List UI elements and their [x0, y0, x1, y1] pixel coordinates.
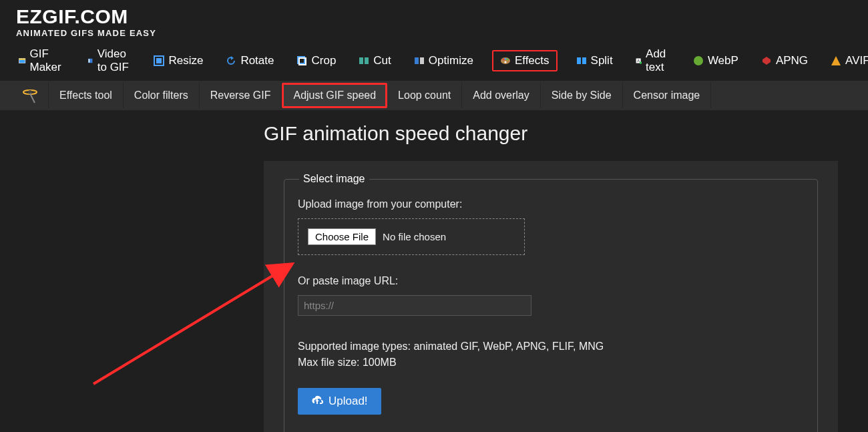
svg-point-21: [640, 61, 642, 64]
nav-apng[interactable]: APNG: [757, 51, 812, 70]
subnav-side-by-side[interactable]: Side by Side: [541, 83, 623, 108]
annotation-arrow: [80, 244, 307, 397]
nav-resize[interactable]: Resize: [150, 51, 207, 70]
svg-rect-10: [415, 57, 419, 64]
svg-rect-8: [359, 57, 363, 64]
svg-text:A: A: [637, 59, 640, 63]
subnav-effects-tool[interactable]: Effects tool: [48, 83, 124, 108]
avif-icon: [831, 55, 841, 66]
nav-add-text[interactable]: AAdd text: [632, 45, 674, 77]
resize-icon: [154, 55, 164, 66]
nav-video-to-gif[interactable]: Video to GIF: [83, 45, 135, 77]
svg-point-16: [504, 61, 506, 63]
nav-split[interactable]: Split: [572, 51, 617, 70]
svg-line-25: [30, 93, 35, 103]
url-input[interactable]: [298, 295, 531, 316]
no-file-text: No file chosen: [383, 231, 446, 242]
site-header: EZGIF.COM ANIMATED GIFS MADE EASY: [0, 0, 868, 41]
svg-point-15: [507, 59, 509, 61]
subnav-adjust-gif-speed[interactable]: Adjust GIF speed: [282, 83, 387, 108]
supported-types-text: Supported image types: animated GIF, Web…: [298, 339, 804, 371]
svg-point-14: [505, 58, 507, 60]
optimize-icon: [414, 55, 425, 66]
nav-effects[interactable]: Effects: [492, 50, 558, 71]
effects-icon: [500, 55, 511, 66]
select-image-fieldset: Select image Upload image from your comp…: [284, 173, 818, 432]
svg-rect-1: [19, 59, 25, 60]
logo-tagline: ANIMATED GIFS MADE EASY: [16, 28, 852, 38]
main-nav: GIF Maker Video to GIF Resize Rotate Cro…: [0, 41, 868, 81]
subnav-censor-image[interactable]: Censor image: [623, 83, 712, 108]
nav-avif[interactable]: AVIF: [827, 51, 868, 70]
svg-rect-9: [365, 57, 369, 64]
cut-icon: [359, 55, 369, 66]
file-drop-area[interactable]: Choose File No file chosen: [298, 218, 525, 255]
upload-label: Upload image from your computer:: [298, 198, 804, 210]
upload-button[interactable]: Upload!: [298, 388, 381, 415]
addtext-icon: A: [636, 55, 642, 66]
logo-main: EZGIF.COM: [16, 5, 852, 28]
subnav-add-overlay[interactable]: Add overlay: [462, 83, 541, 108]
gif-maker-icon: [19, 55, 26, 66]
wand-icon: [15, 87, 45, 104]
subnav-loop-count[interactable]: Loop count: [387, 83, 462, 108]
nav-cut[interactable]: Cut: [355, 51, 395, 70]
video-icon: [87, 55, 93, 66]
nav-crop[interactable]: Crop: [292, 51, 340, 70]
svg-point-13: [503, 59, 505, 61]
svg-point-22: [694, 56, 703, 65]
url-label: Or paste image URL:: [298, 275, 804, 287]
svg-rect-3: [89, 59, 90, 62]
nav-webp[interactable]: WebP: [689, 51, 742, 70]
subnav-reverse-gif[interactable]: Reverse GIF: [200, 83, 282, 108]
svg-rect-11: [420, 57, 424, 64]
page-title: GIF animation speed changer: [264, 122, 868, 145]
split-icon: [576, 55, 587, 66]
nav-optimize[interactable]: Optimize: [410, 51, 477, 70]
crop-icon: [296, 55, 307, 66]
apng-icon: [761, 55, 772, 66]
webp-icon: [693, 55, 704, 66]
upload-panel: Select image Upload image from your comp…: [264, 161, 838, 432]
svg-rect-17: [577, 57, 581, 64]
svg-rect-5: [156, 58, 162, 63]
cloud-upload-icon: [311, 395, 323, 407]
nav-gif-maker[interactable]: GIF Maker: [15, 45, 69, 77]
svg-line-26: [93, 264, 292, 384]
subnav-color-filters[interactable]: Color filters: [124, 83, 200, 108]
sub-nav: Effects tool Color filters Reverse GIF A…: [0, 81, 868, 110]
nav-rotate[interactable]: Rotate: [222, 51, 278, 70]
rotate-icon: [226, 55, 236, 66]
choose-file-button[interactable]: Choose File: [308, 228, 376, 245]
svg-rect-18: [582, 57, 586, 64]
fieldset-legend: Select image: [299, 173, 369, 185]
